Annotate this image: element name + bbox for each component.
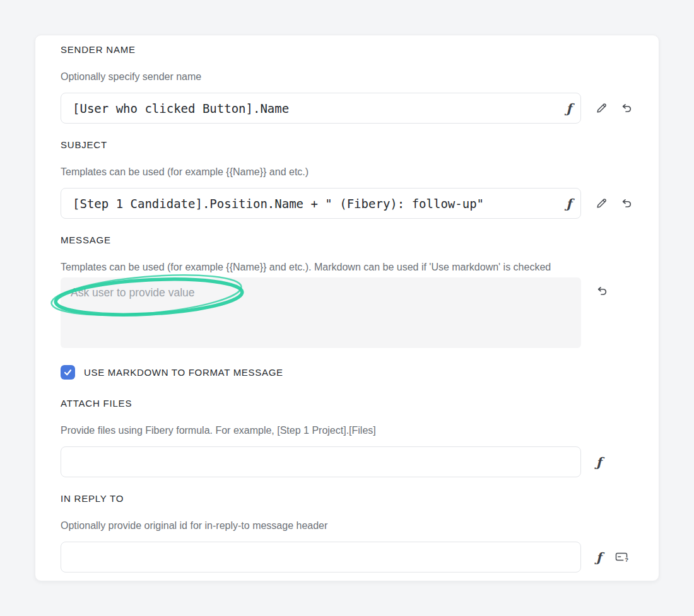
field-reference-help-icon[interactable]: ? <box>615 551 629 563</box>
formula-icon[interactable]: ƒ <box>566 102 572 115</box>
checkmark-icon <box>63 368 73 377</box>
svg-text:?: ? <box>625 556 628 563</box>
markdown-checkbox-label[interactable]: USE MARKDOWN TO FORMAT MESSAGE <box>84 367 283 378</box>
attach-files-input-shell <box>61 446 581 477</box>
sender-name-help: Optionally specify sender name <box>61 69 572 84</box>
in-reply-to-label: IN REPLY TO <box>61 493 641 504</box>
formula-icon[interactable]: ƒ <box>596 551 602 564</box>
subject-input[interactable] <box>73 197 566 211</box>
message-row <box>61 277 641 351</box>
edit-pencil-icon[interactable] <box>596 197 608 209</box>
attach-files-input[interactable] <box>73 455 572 469</box>
sender-name-input-shell: ƒ <box>61 93 581 124</box>
in-reply-to-help: Optionally provide original id for in-re… <box>61 518 572 533</box>
use-markdown-checkbox-row[interactable]: USE MARKDOWN TO FORMAT MESSAGE <box>61 365 641 380</box>
attach-files-help: Provide files using Fibery formula. For … <box>61 422 572 438</box>
undo-icon[interactable] <box>596 285 608 297</box>
markdown-checkbox[interactable] <box>61 365 75 380</box>
email-action-form: SENDER NAME Optionally specify sender na… <box>35 35 659 581</box>
sender-name-label: SENDER NAME <box>61 44 641 55</box>
sender-name-input[interactable] <box>73 102 566 115</box>
message-label: MESSAGE <box>61 235 641 246</box>
subject-help: Templates can be used (for example {{Nam… <box>61 164 572 180</box>
sender-name-row: ƒ <box>61 93 641 124</box>
undo-icon[interactable] <box>621 197 633 209</box>
undo-icon[interactable] <box>621 102 633 114</box>
attach-files-row: ƒ <box>61 446 641 477</box>
in-reply-to-input-shell <box>61 542 581 572</box>
formula-icon[interactable]: ƒ <box>596 456 602 468</box>
message-textarea[interactable] <box>61 277 581 348</box>
in-reply-to-input[interactable] <box>73 550 572 564</box>
subject-input-shell: ƒ <box>61 188 581 219</box>
attach-files-label: ATTACH FILES <box>61 398 641 409</box>
edit-pencil-icon[interactable] <box>596 102 608 114</box>
subject-row: ƒ <box>61 188 641 219</box>
formula-icon[interactable]: ƒ <box>566 197 572 210</box>
in-reply-to-row: ƒ ? <box>61 542 641 572</box>
message-help: Templates can be used (for example {{Nam… <box>61 259 572 275</box>
subject-label: SUBJECT <box>61 139 641 151</box>
